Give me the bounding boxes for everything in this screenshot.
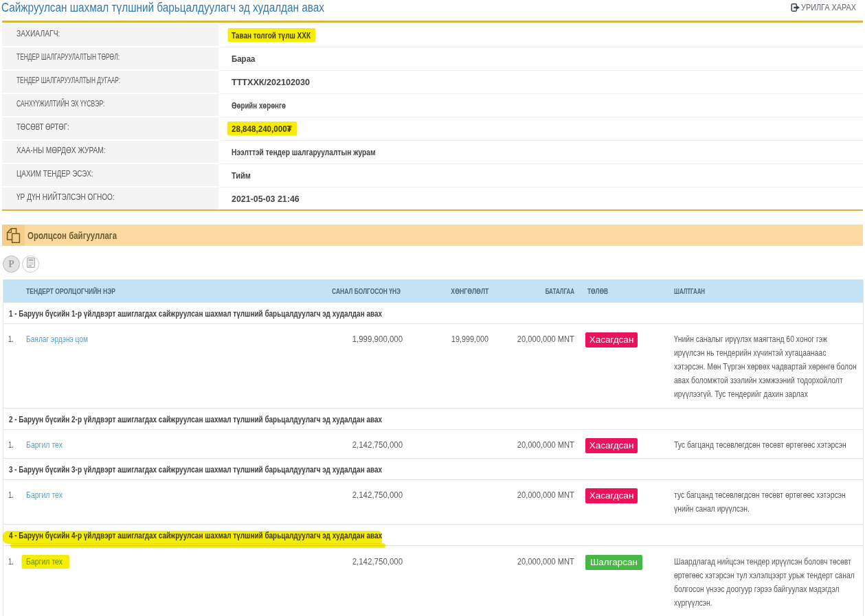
guarantee: 20,000,000 MNT xyxy=(488,555,574,610)
lot-group-row-highlighted: 4 - Баруун бүсийн 4-р үйлдвэрт ашиглагда… xyxy=(3,524,863,546)
column-header-reason: ШАЛТГААН xyxy=(674,287,863,295)
participants-table-header: ТЕНДЕРТ ОРОЛЦОГЧИЙН НЭР САНАЛ БОЛГОСОН Ү… xyxy=(3,280,863,302)
info-label: ТЕНДЕР ШАЛГАРУУЛАЛТЫН ТӨРӨЛ: xyxy=(2,47,218,71)
rejection-reason: Үнийн саналыг ирүүлэх маягтанд 60 хоног … xyxy=(674,332,858,401)
invitation-view-link[interactable]: УРИЛГА ХАРАХ xyxy=(790,1,865,14)
row-number: 1. xyxy=(8,555,14,569)
info-row-funding: САНХҮҮЖИЛТИЙН ЭХ ҮҮСВЭР: Өөрийн хөрөнгө xyxy=(2,94,863,117)
discount xyxy=(403,555,488,610)
offered-price: 2,142,750,000 xyxy=(191,438,403,453)
info-label: ТЕНДЕР ШАЛГАРУУЛАЛТЫН ДУГААР: xyxy=(2,71,218,94)
highlighted-value: 28,848,240,000₮ xyxy=(232,124,292,134)
info-row-procedure: ХАА-НЫ МӨРДӨХ ЖУРАМ: Нээлттэй тендер шал… xyxy=(2,141,863,164)
invitation-view-label: УРИЛГА ХАРАХ xyxy=(801,2,856,12)
column-header-name: ТЕНДЕРТ ОРОЛЦОГЧИЙН НЭР xyxy=(3,287,191,295)
info-label: ТӨСӨВТ ӨРТӨГ: xyxy=(2,117,218,141)
info-label: ХАА-НЫ МӨРДӨХ ЖУРАМ: xyxy=(2,141,218,164)
bidder-name-link[interactable]: Баргил тех xyxy=(26,556,71,567)
status-badge: Шалгарсан xyxy=(585,555,642,570)
info-label: ЗАХИАЛАГЧ: xyxy=(2,24,218,47)
row-number: 1. xyxy=(8,438,14,452)
participants-table: ТЕНДЕРТ ОРОЛЦОГЧИЙН НЭР САНАЛ БОЛГОСОН Ү… xyxy=(3,280,864,616)
offered-price: 2,142,750,000 xyxy=(191,488,403,516)
info-value: Тийм xyxy=(221,164,863,187)
info-value: 28,848,240,000₮ xyxy=(221,117,863,141)
export-toolbar: P xyxy=(3,255,39,273)
highlighted-value: Таван толгой түлш ХХК xyxy=(232,30,311,41)
topbar: Сайжруулсан шахмал түлшний барьцалдуулаг… xyxy=(0,0,865,21)
lot-group-row: 3 - Баруун бүсийн 3-р үйлдвэрт ашиглагда… xyxy=(3,458,863,480)
info-row-number: ТЕНДЕР ШАЛГАРУУЛАЛТЫН ДУГААР: ТТТХХК/202… xyxy=(2,71,863,94)
status-badge: Хасагдсан xyxy=(585,438,638,453)
bidder-row: 1. Баргил тех 2,142,750,000 20,000,000 M… xyxy=(3,480,863,524)
info-value: Өөрийн хөрөнгө xyxy=(221,94,863,117)
guarantee: 20,000,000 MNT xyxy=(488,332,574,401)
rejection-reason: тус багцанд төсөвлөгдсөн төсөвт өртөгөөс… xyxy=(674,488,858,516)
rejection-reason: Шаардлагад нийцсэн тендер ирүүлсэн болов… xyxy=(674,555,858,610)
status-badge: Хасагдсан xyxy=(585,488,638,503)
lot-group-title: 4 - Баруун бүсийн 4-р үйлдвэрт ашиглагда… xyxy=(3,530,497,540)
info-value: Таван толгой түлш ХХК xyxy=(221,24,863,47)
info-value: 2021-05-03 21:46 xyxy=(221,187,863,209)
calculator-icon xyxy=(27,258,35,271)
pdf-export-button[interactable]: P xyxy=(3,255,20,273)
info-label: САНХҮҮЖИЛТИЙН ЭХ ҮҮСВЭР: xyxy=(2,94,218,117)
bidder-name-link[interactable]: Баргил тех xyxy=(26,440,71,450)
tender-info-table: ЗАХИАЛАГЧ: Таван толгой түлш ХХК ТЕНДЕР … xyxy=(2,21,863,211)
bidder-name-link[interactable]: Баялаг эрдэнэ цом xyxy=(26,334,105,344)
column-header-status: ТӨЛӨВ xyxy=(574,287,674,295)
participants-section-header: Оролцсон байгууллага xyxy=(2,225,863,246)
lot-group-title: 1 - Баруун бүсийн 1-р үйлдвэрт ашиглагда… xyxy=(3,308,497,319)
copy-pages-icon xyxy=(2,225,25,246)
calculator-button[interactable] xyxy=(22,255,39,273)
info-label: ҮР ДҮН НИЙТЭЛСЭН ОГНОО: xyxy=(2,187,218,209)
bidder-name-link[interactable]: Баргил тех xyxy=(26,490,71,500)
offered-price: 2,142,750,000 xyxy=(191,555,403,610)
guarantee: 20,000,000 MNT xyxy=(488,488,574,516)
info-value: Нээлттэй тендер шалгаруулалтын журам xyxy=(221,141,863,164)
guarantee: 20,000,000 MNT xyxy=(488,438,574,453)
section-title: Оролцсон байгууллага xyxy=(27,230,137,241)
column-header-discount: ХӨНГӨЛӨЛТ xyxy=(403,287,488,295)
discount: 19,999,000 xyxy=(403,332,488,401)
offered-price: 1,999,900,000 xyxy=(191,332,403,401)
row-number: 1. xyxy=(8,332,14,346)
info-row-budget: ТӨСӨВТ ӨРТӨГ: 28,848,240,000₮ xyxy=(2,117,863,141)
info-row-electronic: ЦАХИМ ТЕНДЕР ЭСЭХ: Тийм xyxy=(2,164,863,187)
info-row-published: ҮР ДҮН НИЙТЭЛСЭН ОГНОО: 2021-05-03 21:46 xyxy=(2,187,863,209)
discount xyxy=(403,438,488,453)
p-letter-icon: P xyxy=(8,259,14,270)
lot-group-row: 1 - Баруун бүсийн 1-р үйлдвэрт ашиглагда… xyxy=(3,302,863,324)
status-badge: Хасагдсан xyxy=(585,332,638,347)
lot-group-row: 2 - Баруун бүсийн 2-р үйлдвэрт ашиглагда… xyxy=(3,408,863,430)
bidder-row: 1. Баргил тех 2,142,750,000 20,000,000 M… xyxy=(3,546,863,616)
info-value: Бараа xyxy=(221,47,863,71)
info-label: ЦАХИМ ТЕНДЕР ЭСЭХ: xyxy=(2,164,218,187)
bidder-row: 1. Баялаг эрдэнэ цом 1,999,900,000 19,99… xyxy=(3,324,863,408)
lot-group-title: 2 - Баруун бүсийн 2-р үйлдвэрт ашиглагда… xyxy=(3,414,497,424)
lot-group-title: 3 - Баруун бүсийн 3-р үйлдвэрт ашиглагда… xyxy=(3,464,497,475)
info-value: ТТТХХК/202102030 xyxy=(221,71,863,94)
bidder-row: 1. Баргил тех 2,142,750,000 20,000,000 M… xyxy=(3,430,863,458)
rejection-reason: Тус багцанд төсөвлөгдсөн төсөвт өртөгөөс… xyxy=(674,438,858,452)
column-header-price: САНАЛ БОЛГОСОН ҮНЭ xyxy=(191,287,403,295)
column-header-guarantee: БАТАЛГАА xyxy=(488,287,574,295)
discount xyxy=(403,488,488,516)
info-row-customer: ЗАХИАЛАГЧ: Таван толгой түлш ХХК xyxy=(2,24,863,47)
page-title: Сайжруулсан шахмал түлшний барьцалдуулаг… xyxy=(1,1,381,15)
row-number: 1. xyxy=(8,488,14,502)
info-row-type: ТЕНДЕР ШАЛГАРУУЛАЛТЫН ТӨРӨЛ: Бараа xyxy=(2,47,863,71)
